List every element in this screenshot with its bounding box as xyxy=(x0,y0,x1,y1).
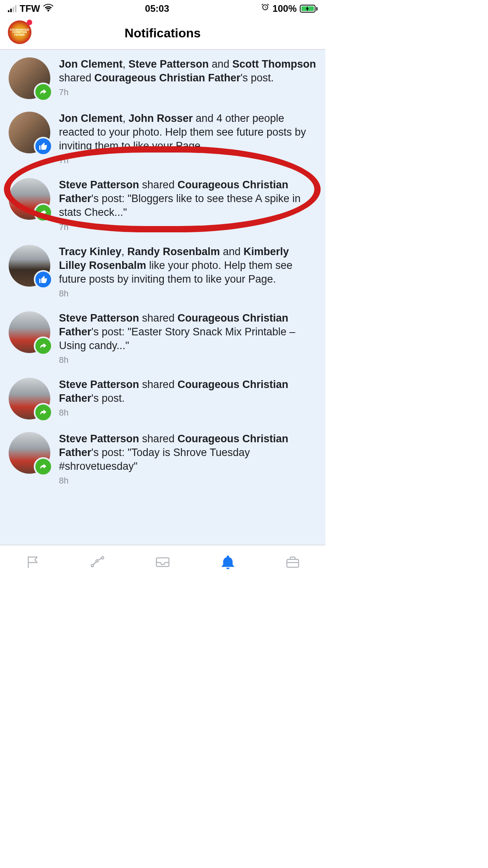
notification-body: Jon Clement, Steve Patterson and Scott T… xyxy=(59,57,317,97)
notification-text: Steve Patterson shared Courageous Christ… xyxy=(59,311,317,353)
notification-body: Steve Patterson shared Courageous Christ… xyxy=(59,178,317,232)
tab-tools[interactable] xyxy=(283,553,302,572)
notification-text: Jon Clement, Steve Patterson and Scott T… xyxy=(59,57,317,85)
notification-list[interactable]: Jon Clement, Steve Patterson and Scott T… xyxy=(0,50,325,545)
tab-page[interactable] xyxy=(23,553,42,572)
page-title: Notifications xyxy=(125,26,201,40)
tab-notifications[interactable] xyxy=(218,553,237,572)
notification-body: Steve Patterson shared Courageous Christ… xyxy=(59,432,317,486)
notification-time: 8h xyxy=(59,289,317,299)
notification-item[interactable]: Steve Patterson shared Courageous Christ… xyxy=(0,370,325,424)
header: COURAGEOUS CHRISTIAN FATHER Notification… xyxy=(0,17,325,50)
notification-item[interactable]: Jon Clement, John Rosser and 4 other peo… xyxy=(0,104,325,170)
like-badge-icon xyxy=(34,137,53,156)
notification-body: Steve Patterson shared Courageous Christ… xyxy=(59,311,317,365)
notification-time: 7h xyxy=(59,222,317,232)
status-time: 05:03 xyxy=(145,3,169,14)
notification-time: 8h xyxy=(59,476,317,486)
svg-rect-3 xyxy=(287,559,299,567)
status-bar: TFW 05:03 100% xyxy=(0,0,325,17)
notification-text: Tracy Kinley, Randy Rosenbalm and Kimber… xyxy=(59,245,317,286)
notification-avatar[interactable] xyxy=(9,178,50,220)
carrier-label: TFW xyxy=(20,3,40,14)
battery-percent: 100% xyxy=(273,3,297,14)
notification-text: Jon Clement, John Rosser and 4 other peo… xyxy=(59,112,317,153)
tab-inbox[interactable] xyxy=(153,553,172,572)
notification-body: Steve Patterson shared Courageous Christ… xyxy=(59,378,317,418)
alarm-icon xyxy=(261,3,270,14)
page-avatar[interactable]: COURAGEOUS CHRISTIAN FATHER xyxy=(8,20,33,46)
notification-avatar[interactable] xyxy=(9,245,50,287)
share-badge-icon xyxy=(34,203,53,222)
notification-dot-icon xyxy=(27,20,32,25)
notification-time: 7h xyxy=(59,155,317,166)
notification-text: Steve Patterson shared Courageous Christ… xyxy=(59,178,317,219)
notification-text: Steve Patterson shared Courageous Christ… xyxy=(59,432,317,473)
notification-body: Tracy Kinley, Randy Rosenbalm and Kimber… xyxy=(59,245,317,299)
notification-item[interactable]: Steve Patterson shared Courageous Christ… xyxy=(0,424,325,491)
notification-avatar[interactable] xyxy=(9,57,50,99)
status-right: 100% xyxy=(261,3,317,14)
battery-icon xyxy=(300,5,317,13)
notification-time: 8h xyxy=(59,408,317,418)
like-badge-icon xyxy=(34,270,53,289)
notification-item[interactable]: Tracy Kinley, Randy Rosenbalm and Kimber… xyxy=(0,237,325,303)
notification-time: 8h xyxy=(59,355,317,365)
tab-bar xyxy=(0,545,325,579)
notification-text: Steve Patterson shared Courageous Christ… xyxy=(59,378,317,405)
tab-insights[interactable] xyxy=(88,553,107,572)
share-badge-icon xyxy=(34,337,53,355)
notification-avatar[interactable] xyxy=(9,311,50,353)
share-badge-icon xyxy=(34,457,53,476)
wifi-icon xyxy=(43,3,53,14)
notification-body: Jon Clement, John Rosser and 4 other peo… xyxy=(59,112,317,166)
share-badge-icon xyxy=(34,83,53,101)
status-left: TFW xyxy=(8,3,53,14)
notification-item[interactable]: Steve Patterson shared Courageous Christ… xyxy=(0,303,325,370)
notification-item[interactable]: Steve Patterson shared Courageous Christ… xyxy=(0,170,325,237)
notification-item[interactable]: Jon Clement, Steve Patterson and Scott T… xyxy=(0,50,325,104)
share-badge-icon xyxy=(34,403,53,422)
notification-avatar[interactable] xyxy=(9,378,50,419)
notification-time: 7h xyxy=(59,87,317,97)
notification-avatar[interactable] xyxy=(9,432,50,474)
notification-avatar[interactable] xyxy=(9,112,50,153)
signal-strength-icon xyxy=(8,5,17,12)
